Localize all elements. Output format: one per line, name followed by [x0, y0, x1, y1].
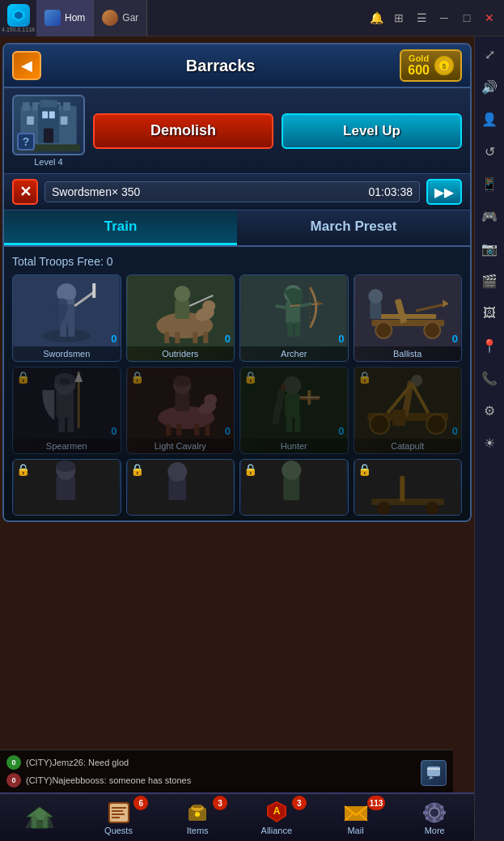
nav-mail[interactable]: 113 Mail [316, 794, 396, 841]
chat-line-1: 0 (CITY)Jemz26: Need glod [6, 754, 447, 771]
refresh-icon[interactable]: ↺ [478, 140, 501, 163]
gold-label: Gold [409, 53, 429, 63]
items-badge: 3 [213, 796, 227, 810]
tab-game[interactable]: Gar [94, 0, 147, 36]
sound-icon[interactable]: 🔊 [478, 75, 501, 98]
phone2-icon[interactable]: 📞 [478, 367, 501, 389]
tier3-3-lock-icon: 🔒 [244, 463, 257, 476]
barracks-panel: ◀ Barracks Gold 600 $ [2, 43, 472, 522]
game-area: ◀ Barracks Gold 600 $ [0, 36, 474, 841]
levelup-button[interactable]: Level Up [282, 113, 462, 149]
gamepad-icon[interactable]: 🎮 [478, 205, 501, 227]
svg-rect-118 [112, 807, 126, 809]
image-icon[interactable]: 🖼 [478, 302, 501, 325]
hunter-lock-icon: 🔒 [244, 371, 257, 384]
search-icon[interactable]: ⊞ [391, 10, 407, 26]
settings-icon[interactable]: ⚙ [478, 399, 501, 422]
chat-icon[interactable] [421, 760, 447, 786]
troop-card-outriders[interactable]: 0 Outriders [126, 274, 235, 362]
phone-icon[interactable]: 📱 [478, 172, 501, 195]
back-button[interactable]: ◀ [12, 51, 41, 80]
bell-icon[interactable]: 🔔 [368, 10, 384, 26]
troop-card-ballista[interactable]: 0 Ballista [354, 274, 463, 362]
svg-point-74 [173, 376, 191, 387]
troop-card-tier3-1[interactable]: 🔒 [12, 459, 121, 516]
svg-point-58 [368, 289, 383, 304]
svg-line-46 [275, 306, 286, 308]
nav-more[interactable]: More [395, 794, 474, 841]
troop-card-archer[interactable]: 0 Archer [239, 274, 349, 362]
svg-rect-37 [203, 332, 208, 343]
svg-point-52 [424, 322, 440, 338]
quests-badge: 6 [133, 796, 148, 810]
troop-card-catapult[interactable]: 🔒 [354, 367, 463, 454]
nav-home[interactable] [0, 794, 79, 841]
hunter-count: 0 [338, 425, 344, 437]
svg-rect-78 [205, 424, 210, 435]
troop-card-hunter[interactable]: 🔒 [239, 367, 349, 454]
quests-icon [104, 800, 134, 826]
svg-rect-72 [175, 392, 189, 411]
bluestacks-logo: 4.150.0.1118 [0, 0, 36, 36]
svg-rect-121 [112, 817, 120, 818]
brightness-icon[interactable]: ☀ [478, 431, 501, 454]
svg-rect-110 [400, 476, 404, 502]
svg-rect-36 [193, 332, 197, 343]
minimize-button[interactable]: ─ [436, 10, 452, 26]
question-icon[interactable]: ? [17, 133, 35, 151]
tab-bar: Hom Gar [36, 0, 362, 36]
location-icon[interactable]: 📍 [478, 334, 501, 357]
svg-rect-132 [433, 803, 436, 808]
nav-alliance[interactable]: 3 A Alliance [237, 794, 316, 841]
troop-grid-tier2: 🔒 [11, 367, 464, 454]
expand-icon[interactable]: ⤢ [478, 43, 501, 66]
tab-march-preset[interactable]: March Preset [237, 210, 470, 245]
mail-badge: 113 [367, 796, 386, 810]
svg-point-51 [375, 322, 392, 338]
swordsmen-count: 0 [111, 333, 116, 345]
tab-train[interactable]: Train [4, 210, 237, 245]
svg-rect-117 [110, 804, 128, 822]
nav-quests[interactable]: 6 Quests [79, 794, 159, 841]
troop-card-spearmen[interactable]: 🔒 [12, 367, 121, 454]
demolish-button[interactable]: Demolish [93, 113, 273, 149]
svg-rect-119 [112, 810, 123, 812]
home-icon [24, 805, 55, 830]
troop-card-light-cavalry[interactable]: 🔒 [126, 367, 235, 454]
troop-card-tier3-3[interactable]: 🔒 [239, 459, 349, 516]
menu-icon[interactable]: ☰ [413, 10, 430, 26]
speed-button[interactable]: ▶▶ [426, 179, 462, 205]
gold-badge: Gold 600 $ [400, 49, 462, 82]
catapult-label: Catapult [354, 439, 462, 453]
queue-cancel-button[interactable]: ✕ [12, 179, 38, 205]
alliance-badge: 3 [292, 796, 307, 810]
troop-card-tier3-4[interactable]: 🔒 [354, 459, 463, 516]
gold-amount: 600 [408, 63, 430, 78]
svg-rect-86 [294, 416, 300, 432]
svg-rect-133 [433, 818, 436, 822]
archer-image: 0 [240, 275, 348, 346]
close-button[interactable]: ✕ [481, 10, 498, 26]
nav-items[interactable]: 3 Items [158, 794, 237, 841]
tab-home[interactable]: Hom [36, 0, 94, 36]
svg-point-89 [370, 414, 389, 434]
troop-grid-tier3: 🔒 🔒 [11, 459, 464, 516]
svg-point-102 [167, 462, 187, 482]
restore-button[interactable]: □ [459, 10, 475, 26]
svg-rect-48 [294, 322, 300, 337]
troop-card-swordsmen[interactable]: 0 Swordsmen [12, 274, 121, 362]
svg-rect-76 [176, 424, 181, 435]
ballista-image: 0 [354, 275, 462, 346]
hunter-image: 🔒 [240, 367, 348, 439]
video-icon[interactable]: 🎬 [478, 270, 501, 292]
chat-line-2: 0 (CITY)Najeebbooss: someone has stones [6, 771, 447, 789]
svg-rect-75 [166, 424, 171, 435]
items-icon [182, 800, 213, 826]
svg-rect-6 [23, 102, 30, 110]
barracks-header: ◀ Barracks Gold 600 $ [4, 45, 470, 88]
more-icon [419, 800, 450, 826]
troop-card-tier3-2[interactable]: 🔒 [126, 459, 235, 516]
camera-icon[interactable]: 📷 [478, 237, 501, 260]
svg-rect-112 [427, 768, 440, 770]
person-icon[interactable]: 👤 [478, 108, 501, 130]
